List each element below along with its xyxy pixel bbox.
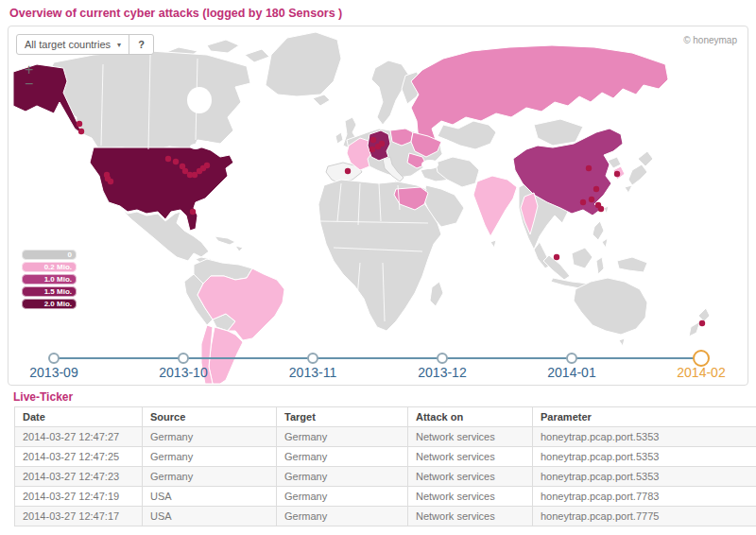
country-ireland: [335, 132, 343, 144]
cell-date: 2014-03-27 12:47:23: [15, 467, 143, 487]
cell-source: USA: [143, 507, 277, 526]
attack-dot: [370, 137, 376, 143]
cell-attack-on: Network services: [408, 467, 533, 487]
timeline-label: 2013-10: [141, 365, 226, 380]
country-australia[interactable]: [574, 278, 647, 346]
cell-parameter: honeytrap.pcap.port.5353: [533, 467, 756, 487]
cell-source: Germany: [143, 447, 277, 467]
attack-dot: [598, 206, 604, 212]
timeline-label: 2013-11: [270, 365, 355, 380]
country-iceland: [313, 95, 330, 106]
country-sulawesi: [596, 257, 604, 274]
timeline-label: 2013-12: [400, 365, 485, 380]
attack-dot: [77, 121, 82, 127]
country-japan[interactable]: [625, 151, 653, 193]
cell-date: 2014-03-27 12:47:27: [15, 427, 143, 447]
attack-dot: [580, 199, 586, 205]
cell-attack-on: Network services: [408, 427, 533, 447]
chevron-down-icon: ▾: [117, 41, 121, 49]
timeline-track[interactable]: [54, 357, 708, 359]
cell-target: Germany: [277, 427, 408, 447]
table-row: 2014-03-27 12:47:25 Germany Germany Netw…: [15, 447, 756, 467]
cell-attack-on: Network services: [408, 507, 533, 526]
cell-attack-on: Network services: [408, 487, 533, 507]
cell-attack-on: Network services: [408, 447, 533, 467]
cell-source: Germany: [143, 467, 277, 487]
legend-chip-0-2: 0.2 Mio.: [22, 262, 77, 272]
timeline-label: 2013-09: [11, 365, 96, 380]
attack-map-panel[interactable]: All target countries ▾ ? + − © honeymap …: [8, 26, 748, 386]
country-madagascar: [430, 282, 443, 306]
country-sri-lanka: [490, 240, 496, 248]
live-ticker-heading: Live-Ticker: [13, 390, 73, 404]
attack-dot: [182, 168, 188, 174]
legend-chip-0: 0: [22, 250, 77, 260]
country-philippines: [593, 221, 608, 248]
cell-parameter: honeytrap.pcap.port.7775: [533, 507, 756, 526]
attack-dot: [190, 209, 196, 215]
attack-dot: [586, 165, 592, 171]
col-header-target: Target: [277, 407, 408, 427]
timeline-label-active: 2014-02: [659, 365, 744, 380]
attack-dot: [589, 197, 594, 202]
country-iran-pakistan[interactable]: [436, 157, 479, 187]
baltic-sea: [389, 113, 397, 129]
hudson-bay: [187, 87, 212, 113]
legend-chip-1-0: 1.0 Mio.: [22, 274, 77, 285]
cell-date: 2014-03-27 12:47:25: [15, 447, 143, 467]
black-sea: [421, 160, 438, 169]
col-header-parameter: Parameter: [533, 407, 756, 427]
zoom-out-button[interactable]: −: [25, 77, 33, 91]
map-zoom-controls: + −: [25, 62, 33, 91]
world-map[interactable]: [9, 26, 747, 385]
map-toolbar: All target countries ▾ ?: [16, 34, 154, 55]
caspian-sea: [440, 139, 450, 156]
table-row: 2014-03-27 12:47:17 USA Germany Network …: [15, 507, 756, 526]
table-row: 2014-03-27 12:47:23 Germany Germany Netw…: [15, 467, 756, 487]
timeline-stop-2013-12[interactable]: [437, 353, 448, 364]
attack-dot: [173, 159, 179, 164]
zoom-in-button[interactable]: +: [25, 62, 33, 77]
legend-chip-2-0: 2.0 Mio.: [22, 299, 77, 309]
timeline-stop-2013-11[interactable]: [307, 353, 318, 364]
cell-target: Germany: [277, 507, 408, 526]
help-button[interactable]: ?: [129, 35, 153, 54]
cell-target: Germany: [277, 487, 408, 507]
table-header-row: Date Source Target Attack on Parameter: [15, 407, 756, 427]
country-india[interactable]: [473, 176, 517, 236]
cell-parameter: honeytrap.pcap.port.7783: [533, 487, 756, 507]
cell-source: USA: [143, 487, 277, 507]
attack-dot: [108, 179, 113, 184]
live-ticker-table: Date Source Target Attack on Parameter 2…: [14, 406, 756, 526]
cell-target: Germany: [277, 467, 408, 487]
attack-dot: [379, 141, 385, 147]
timeline-stop-2013-09[interactable]: [48, 353, 60, 364]
col-header-source: Source: [143, 407, 277, 427]
country-borneo: [572, 248, 593, 268]
great-lakes-2: [201, 141, 211, 147]
legend-chip-1-5: 1.5 Mio.: [22, 286, 77, 297]
timeline-stop-2014-01[interactable]: [566, 353, 577, 364]
timeline-stop-2013-10[interactable]: [178, 353, 189, 364]
cell-parameter: honeytrap.pcap.port.5353: [533, 447, 756, 467]
country-north-korea: [608, 157, 621, 168]
attack-dot: [699, 320, 705, 326]
col-header-attack-on: Attack on: [408, 407, 533, 427]
country-greenland[interactable]: [266, 32, 341, 96]
target-country-dropdown[interactable]: All target countries ▾: [17, 35, 129, 54]
attack-dot: [554, 254, 559, 260]
country-cuba: [215, 236, 243, 251]
attack-dot: [165, 156, 171, 162]
cell-date: 2014-03-27 12:47:19: [15, 487, 143, 507]
attack-dot: [614, 171, 620, 177]
attack-dot: [78, 129, 84, 134]
cell-date: 2014-03-27 12:47:17: [15, 507, 143, 526]
attack-dot: [204, 163, 210, 168]
great-lakes: [190, 144, 201, 149]
country-taiwan: [604, 206, 609, 214]
attack-count-legend: 0 0.2 Mio. 1.0 Mio. 1.5 Mio. 2.0 Mio.: [22, 250, 77, 311]
attack-dot: [369, 147, 375, 152]
timeline-label: 2014-01: [529, 365, 614, 380]
attack-dot: [192, 172, 198, 178]
country-mongolia[interactable]: [534, 119, 583, 146]
